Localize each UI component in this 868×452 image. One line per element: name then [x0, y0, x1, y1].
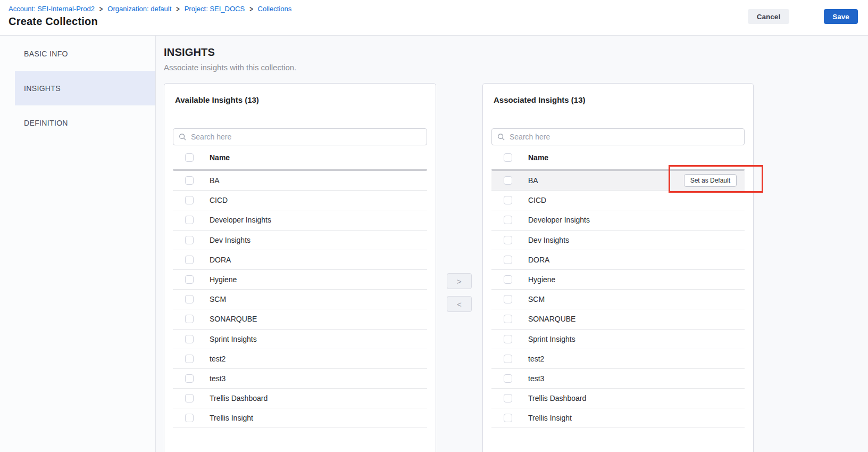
- row-label: Sprint Insights: [528, 335, 575, 343]
- name-column-header: Name: [210, 153, 230, 162]
- row-label: DORA: [210, 256, 231, 264]
- breadcrumb-account-link[interactable]: Account: SEI-Internal-Prod2: [9, 5, 95, 13]
- move-right-button[interactable]: >: [447, 273, 472, 289]
- set-as-default-button[interactable]: Set as Default: [684, 174, 737, 187]
- row-label: Trellis Dashboard: [528, 394, 586, 402]
- table-row[interactable]: Developer Insights: [173, 210, 427, 230]
- breadcrumb-project-link[interactable]: Project: SEI_DOCS: [185, 5, 245, 13]
- select-all-checkbox[interactable]: [185, 153, 194, 162]
- table-row[interactable]: Trellis Insight: [491, 408, 745, 428]
- row-checkbox[interactable]: [185, 315, 194, 323]
- row-label: Sprint Insights: [210, 335, 257, 343]
- select-all-checkbox[interactable]: [504, 153, 512, 162]
- table-row[interactable]: CICD: [173, 191, 427, 210]
- row-checkbox[interactable]: [504, 335, 512, 343]
- row-checkbox[interactable]: [504, 295, 512, 303]
- row-checkbox[interactable]: [504, 176, 512, 185]
- row-checkbox[interactable]: [504, 315, 512, 323]
- table-row[interactable]: Trellis Dashboard: [491, 389, 745, 408]
- row-label: CICD: [528, 196, 546, 204]
- available-rows: BA CICD Developer Insights Dev Insights …: [173, 171, 427, 428]
- table-row[interactable]: Sprint Insights: [173, 330, 427, 349]
- row-label: BA: [528, 176, 538, 185]
- chevron-right-icon: >: [99, 5, 103, 13]
- table-row[interactable]: SCM: [491, 290, 745, 309]
- header-left: Account: SEI-Internal-Prod2 > Organizati…: [9, 0, 291, 28]
- chevron-right-icon: >: [176, 5, 179, 13]
- table-row[interactable]: DORA: [491, 250, 745, 270]
- row-checkbox[interactable]: [504, 216, 512, 224]
- row-checkbox[interactable]: [185, 394, 194, 402]
- sidebar-item-basic-info[interactable]: BASIC INFO: [15, 36, 155, 71]
- table-row[interactable]: Dev Insights: [491, 231, 745, 250]
- table-row[interactable]: test3: [491, 369, 745, 389]
- row-label: SCM: [210, 295, 226, 303]
- table-row[interactable]: Trellis Dashboard: [173, 389, 427, 408]
- row-label: SCM: [528, 295, 545, 303]
- row-checkbox[interactable]: [185, 374, 194, 383]
- chevron-right-icon: >: [249, 5, 253, 13]
- save-button[interactable]: Save: [824, 9, 858, 24]
- row-checkbox[interactable]: [504, 275, 512, 284]
- available-search-input[interactable]: [190, 132, 421, 142]
- table-row[interactable]: BA: [173, 171, 427, 191]
- table-row[interactable]: Hygiene: [491, 270, 745, 290]
- row-checkbox[interactable]: [185, 236, 194, 244]
- breadcrumb-collections-link[interactable]: Collections: [258, 5, 292, 13]
- row-checkbox[interactable]: [504, 414, 512, 422]
- row-checkbox[interactable]: [504, 374, 512, 383]
- associated-search-input[interactable]: [508, 132, 739, 142]
- row-label: Hygiene: [528, 275, 555, 284]
- table-row[interactable]: Dev Insights: [173, 231, 427, 250]
- section-subheading: Associate insights with this collection.: [164, 63, 868, 72]
- row-checkbox[interactable]: [185, 295, 194, 303]
- sidebar-item-definition[interactable]: DEFINITION: [15, 105, 155, 140]
- row-checkbox[interactable]: [185, 256, 194, 264]
- table-row[interactable]: Trellis Insight: [173, 408, 427, 428]
- cancel-button[interactable]: Cancel: [748, 9, 789, 24]
- table-row[interactable]: CICD: [491, 191, 745, 210]
- row-checkbox[interactable]: [504, 196, 512, 204]
- row-checkbox[interactable]: [185, 414, 194, 422]
- available-search-box: [173, 128, 427, 145]
- table-row[interactable]: Sprint Insights: [491, 330, 745, 349]
- page-body: BASIC INFO INSIGHTS DEFINITION INSIGHTS …: [0, 36, 868, 452]
- row-label: SONARQUBE: [210, 315, 257, 323]
- associated-table-header: Name: [491, 146, 745, 169]
- breadcrumb-organization-link[interactable]: Organization: default: [107, 5, 171, 13]
- table-row[interactable]: BA Set as Default: [491, 171, 745, 191]
- row-label: Developer Insights: [528, 216, 590, 224]
- table-row[interactable]: Hygiene: [173, 270, 427, 290]
- available-table-header: Name: [173, 146, 427, 169]
- search-icon: [497, 133, 505, 141]
- section-heading: INSIGHTS: [164, 46, 868, 58]
- row-checkbox[interactable]: [185, 335, 194, 343]
- row-label: Dev Insights: [528, 236, 569, 244]
- table-row[interactable]: Developer Insights: [491, 210, 745, 230]
- sidebar-item-insights[interactable]: INSIGHTS: [15, 71, 155, 105]
- sidebar: BASIC INFO INSIGHTS DEFINITION: [0, 36, 156, 452]
- row-checkbox[interactable]: [185, 355, 194, 363]
- table-row[interactable]: test2: [491, 349, 745, 369]
- row-label: DORA: [528, 256, 549, 264]
- row-checkbox[interactable]: [504, 394, 512, 402]
- table-row[interactable]: SCM: [173, 290, 427, 309]
- header-actions: Cancel Save: [748, 0, 858, 24]
- table-row[interactable]: SONARQUBE: [491, 309, 745, 329]
- table-row[interactable]: DORA: [173, 250, 427, 270]
- row-checkbox[interactable]: [504, 256, 512, 264]
- row-checkbox[interactable]: [185, 176, 194, 185]
- available-insights-panel: Available Insights (13) Name BA CICD: [164, 83, 436, 452]
- row-checkbox[interactable]: [185, 216, 194, 224]
- table-row[interactable]: test2: [173, 349, 427, 369]
- available-panel-title: Available Insights (13): [175, 95, 425, 104]
- associated-panel-title: Associated Insights (13): [494, 95, 742, 104]
- move-left-button[interactable]: <: [447, 296, 472, 312]
- row-checkbox[interactable]: [504, 236, 512, 244]
- table-row[interactable]: test3: [173, 369, 427, 389]
- table-row[interactable]: SONARQUBE: [173, 309, 427, 329]
- row-checkbox[interactable]: [185, 275, 194, 284]
- row-checkbox[interactable]: [185, 196, 194, 204]
- row-label: Developer Insights: [210, 216, 271, 224]
- row-checkbox[interactable]: [504, 355, 512, 363]
